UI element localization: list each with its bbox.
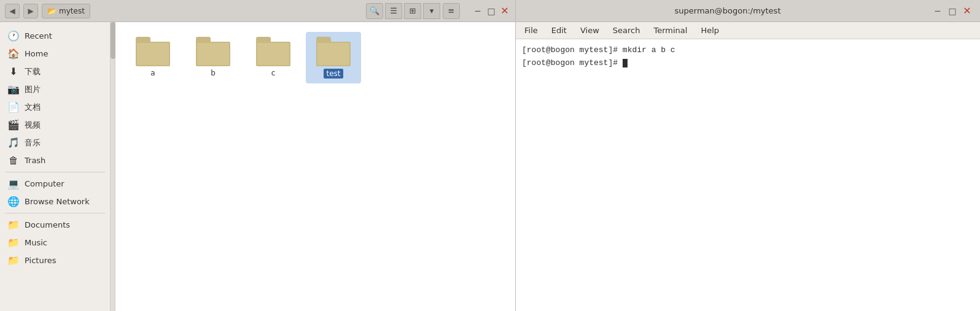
fm-content: 🕐 Recent 🏠 Home ⬇ 下载 📷 图片 📄 文档 🎬 视频 bbox=[0, 22, 515, 311]
menu-search[interactable]: Search bbox=[607, 24, 647, 37]
fm-sidebar: 🕐 Recent 🏠 Home ⬇ 下载 📷 图片 📄 文档 🎬 视频 bbox=[0, 22, 111, 311]
sidebar-label-documents: 文档 bbox=[25, 102, 41, 113]
file-area: a b c bbox=[115, 22, 515, 311]
music-icon: 🎵 bbox=[7, 137, 20, 148]
term-minimize-button[interactable]: ─ bbox=[932, 6, 943, 17]
sidebar-scrollbar[interactable] bbox=[111, 22, 115, 311]
location-label: mytest bbox=[59, 7, 85, 15]
sidebar-label-browse-network: Browse Network bbox=[25, 197, 90, 206]
back-button[interactable]: ◀ bbox=[5, 4, 20, 18]
sidebar-divider2 bbox=[5, 213, 105, 213]
pictures2-icon: 📁 bbox=[7, 255, 20, 266]
close-button[interactable]: ✕ bbox=[499, 6, 510, 17]
file-name-c: c bbox=[271, 69, 276, 77]
sidebar-item-recent[interactable]: 🕐 Recent bbox=[0, 27, 110, 45]
term-line-2: [root@bogon mytest]# bbox=[522, 57, 974, 70]
home-icon: 🏠 bbox=[7, 48, 20, 60]
sidebar-label-computer: Computer bbox=[25, 179, 64, 188]
term-body[interactable]: [root@bogon mytest]# mkdir a b c [root@b… bbox=[516, 39, 980, 311]
file-item-b[interactable]: b bbox=[185, 32, 241, 83]
sidebar-item-home[interactable]: 🏠 Home bbox=[0, 45, 110, 63]
search-button[interactable]: 🔍 bbox=[366, 3, 383, 19]
menu-button[interactable]: ≡ bbox=[443, 3, 460, 19]
term-menubar: File Edit View Search Terminal Help bbox=[516, 22, 980, 39]
sidebar-label-home: Home bbox=[25, 49, 48, 58]
pictures-icon: 📷 bbox=[7, 83, 20, 95]
sidebar-label-recent: Recent bbox=[25, 31, 52, 40]
sidebar-label-pictures: 图片 bbox=[25, 84, 41, 95]
sidebar-item-music2[interactable]: 📁 Music bbox=[0, 234, 110, 251]
sidebar-item-computer[interactable]: 💻 Computer bbox=[0, 175, 110, 193]
term-maximize-button[interactable]: □ bbox=[947, 6, 958, 17]
grid-view-button[interactable]: ⊞ bbox=[404, 3, 421, 19]
folder-icon-test bbox=[316, 37, 351, 66]
sidebar-label-downloads: 下载 bbox=[25, 66, 41, 77]
sidebar-item-music[interactable]: 🎵 音乐 bbox=[0, 134, 110, 152]
file-name-a: a bbox=[150, 69, 155, 77]
sidebar-label-trash: Trash bbox=[25, 156, 45, 165]
folder-icon-b bbox=[196, 37, 230, 66]
documents2-icon: 📁 bbox=[7, 219, 20, 231]
trash-icon: 🗑 bbox=[7, 155, 20, 166]
downloads-icon: ⬇ bbox=[7, 66, 20, 77]
folder-icon-a bbox=[136, 37, 170, 66]
menu-file[interactable]: File bbox=[518, 24, 544, 37]
term-titlebar: superman@bogon:/mytest ─ □ ✕ bbox=[516, 0, 980, 22]
sidebar-item-pictures[interactable]: 📷 图片 bbox=[0, 80, 110, 98]
list-view-button[interactable]: ☰ bbox=[385, 3, 402, 19]
file-name-test: test bbox=[324, 69, 343, 79]
music2-icon: 📁 bbox=[7, 237, 20, 248]
file-item-a[interactable]: a bbox=[125, 32, 181, 83]
videos-icon: 🎬 bbox=[7, 119, 20, 131]
network-icon: 🌐 bbox=[7, 196, 20, 207]
sidebar-item-documents[interactable]: 📄 文档 bbox=[0, 98, 110, 116]
sidebar-label-music2: Music bbox=[25, 238, 47, 247]
view-options-button[interactable]: ▾ bbox=[423, 3, 440, 19]
term-close-button[interactable]: ✕ bbox=[962, 6, 973, 17]
sidebar-item-trash[interactable]: 🗑 Trash bbox=[0, 152, 110, 169]
menu-view[interactable]: View bbox=[574, 24, 605, 37]
term-cursor bbox=[623, 59, 628, 67]
folder-icon-c bbox=[256, 37, 290, 66]
term-line-1: [root@bogon mytest]# mkdir a b c bbox=[522, 44, 974, 57]
file-item-test[interactable]: test bbox=[306, 32, 361, 83]
sidebar-label-pictures2: Pictures bbox=[25, 256, 56, 265]
sidebar-label-music: 音乐 bbox=[25, 137, 41, 148]
menu-help[interactable]: Help bbox=[694, 24, 725, 37]
sidebar-item-videos[interactable]: 🎬 视频 bbox=[0, 116, 110, 134]
sidebar-item-browse-network[interactable]: 🌐 Browse Network bbox=[0, 193, 110, 210]
menu-terminal[interactable]: Terminal bbox=[647, 24, 693, 37]
terminal: superman@bogon:/mytest ─ □ ✕ File Edit V… bbox=[516, 0, 980, 311]
sidebar-label-videos: 视频 bbox=[25, 120, 41, 131]
sidebar-item-downloads[interactable]: ⬇ 下载 bbox=[0, 63, 110, 80]
menu-edit[interactable]: Edit bbox=[545, 24, 573, 37]
sidebar-divider bbox=[5, 172, 105, 172]
term-title: superman@bogon:/mytest bbox=[659, 6, 796, 15]
fm-titlebar: ◀ ▶ 📂 mytest 🔍 ☰ ⊞ ▾ ≡ ─ □ ✕ bbox=[0, 0, 515, 22]
sidebar-item-documents2[interactable]: 📁 Documents bbox=[0, 216, 110, 234]
forward-button[interactable]: ▶ bbox=[23, 4, 38, 18]
documents-icon: 📄 bbox=[7, 101, 20, 113]
recent-icon: 🕐 bbox=[7, 30, 20, 42]
minimize-button[interactable]: ─ bbox=[472, 6, 483, 17]
file-manager: ◀ ▶ 📂 mytest 🔍 ☰ ⊞ ▾ ≡ ─ □ ✕ 🕐 Recent bbox=[0, 0, 516, 311]
computer-icon: 💻 bbox=[7, 178, 20, 190]
sidebar-label-documents2: Documents bbox=[25, 220, 70, 229]
location-button[interactable]: 📂 mytest bbox=[42, 4, 90, 18]
sidebar-item-pictures2[interactable]: 📁 Pictures bbox=[0, 251, 110, 269]
file-item-c[interactable]: c bbox=[246, 32, 301, 83]
fm-toolbar: 🔍 ☰ ⊞ ▾ ≡ ─ □ ✕ bbox=[366, 3, 510, 19]
maximize-button[interactable]: □ bbox=[486, 6, 497, 17]
file-name-b: b bbox=[211, 69, 216, 77]
